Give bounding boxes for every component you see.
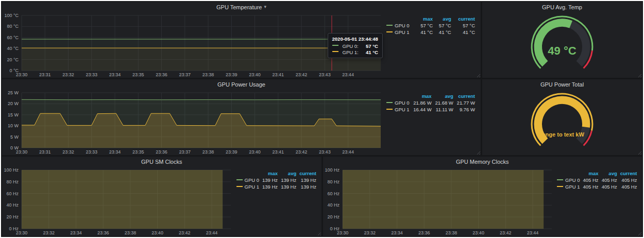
svg-text:20 Hz: 20 Hz [6,214,19,219]
legend-header-max[interactable]: max [411,93,433,99]
svg-text:23:38: 23:38 [125,230,137,235]
panel-title-text[interactable]: GPU Temperature [216,4,262,10]
legend-max-value: 21.86 W [411,99,433,106]
gpu-temperature-chart[interactable]: 2020-05-01 23:44:48 GPU 0: 57 °C GPU 1: … [2,12,385,78]
legend-current-value: 139 Hz [298,183,318,190]
svg-text:23:38: 23:38 [445,230,457,235]
legend-header-max[interactable]: max [416,15,434,22]
dashboard-row-1: GPU Temperature ▾ 2020-05-01 23:44:48 GP… [2,2,642,78]
svg-text:60 Hz: 60 Hz [6,191,19,196]
svg-text:23:41: 23:41 [273,72,284,77]
tooltip-series-value: 41 °C [361,49,378,55]
gpu-power-usage-chart[interactable]: 0 W5 W10 W15 W20 W25 W23:3023:3123:3223:… [2,89,385,155]
svg-text:23:32: 23:32 [364,230,376,235]
legend-row-gpu0: GPU 0 57 °C 57 °C 57 °C [385,22,477,29]
panel-gpu-power-usage: GPU Power Usage 0 W5 W10 W15 W20 W25 W23… [2,79,481,155]
svg-text:23:35: 23:35 [132,149,144,155]
panel-title-text[interactable]: GPU Memory Clocks [456,159,509,165]
legend-header-avg[interactable]: avg [433,93,455,99]
legend-avg-value: 21.68 W [433,99,455,106]
legend-header-current[interactable]: current [619,170,639,177]
legend-header-max[interactable]: max [261,170,279,177]
svg-text:23:43: 23:43 [319,72,331,77]
legend-series-name[interactable]: GPU 1 [565,184,580,190]
svg-text:15 W: 15 W [8,112,19,117]
svg-text:23:36: 23:36 [418,230,430,235]
panel-body: 0 Hz20 Hz40 Hz60 Hz80 Hz100 Hz23:3023:32… [2,166,321,236]
panel-header-gpu-temperature[interactable]: GPU Temperature ▾ [2,2,481,12]
legend-series-name[interactable]: GPU 1 [245,184,260,190]
legend-series-name[interactable]: GPU 0 [395,23,410,28]
svg-text:23:36: 23:36 [156,72,167,77]
svg-text:23:32: 23:32 [62,149,74,155]
legend-header-avg[interactable]: avg [279,170,298,177]
svg-text:23:38: 23:38 [202,149,214,155]
panel-header-gpu-power-usage[interactable]: GPU Power Usage [2,79,481,89]
legend-avg-value: 139 Hz [279,183,298,190]
svg-text:25 W: 25 W [8,90,19,95]
panel-header-gpu-memory-clocks[interactable]: GPU Memory Clocks [323,157,642,166]
panel-title-text[interactable]: GPU Power Usage [217,81,265,88]
legend-avg-value: 11.11 W [433,106,455,113]
series-color-swatch [386,31,393,32]
gpu-sm-clocks-chart[interactable]: 0 Hz20 Hz40 Hz60 Hz80 Hz100 Hz23:3023:32… [2,166,235,236]
legend-row-gpu1: GPU 1 139 Hz 139 Hz 139 Hz [235,183,318,190]
gpu-memory-clocks-chart[interactable]: 0 Hz20 Hz40 Hz60 Hz80 Hz100 Hz23:3023:32… [323,166,556,236]
legend-header-avg[interactable]: avg [600,170,619,177]
legend-header-current[interactable]: current [298,170,318,177]
svg-text:23:39: 23:39 [226,149,238,155]
legend-max-value: 41 °C [416,29,434,36]
svg-text:23:30: 23:30 [16,149,28,155]
legend-table: max avg current GPU 0 139 Hz 139 Hz [235,166,321,236]
series-color-swatch [332,51,338,52]
legend-header-current[interactable]: current [455,93,477,99]
legend-current-value: 405 Hz [619,183,639,190]
legend-series-name[interactable]: GPU 1 [395,29,410,35]
series-color-swatch [557,186,563,187]
svg-text:23:32: 23:32 [43,230,55,235]
gpu-avg-temp-gauge [482,12,642,78]
svg-text:23:40: 23:40 [151,230,163,235]
svg-text:23:40: 23:40 [472,230,484,235]
legend-header-max[interactable]: max [582,170,600,177]
svg-text:23:32: 23:32 [62,72,74,77]
panel-header-gpu-sm-clocks[interactable]: GPU SM Clocks [2,157,321,166]
legend-table: max avg current GPU 0 21.86 W 21.68 W [385,89,481,155]
svg-text:40 °C: 40 °C [7,46,19,51]
legend-header-avg[interactable]: avg [434,15,453,22]
gpu-power-total-gauge [482,89,642,155]
svg-text:23:33: 23:33 [86,149,98,155]
svg-text:23:40: 23:40 [249,72,261,77]
legend-avg-value: 405 Hz [600,177,619,183]
legend-series-name[interactable]: GPU 1 [395,107,410,112]
svg-text:23:34: 23:34 [70,230,82,235]
panel-header-gpu-power-total[interactable]: GPU Power Total [482,79,642,89]
svg-text:23:42: 23:42 [179,230,191,235]
legend-current-value: 9.76 W [455,106,477,113]
legend-avg-value: 57 °C [434,22,453,29]
panel-title-text[interactable]: GPU Power Total [540,81,584,88]
legend-row-gpu0: GPU 0 21.86 W 21.68 W 21.77 W [385,99,477,106]
svg-text:100 Hz: 100 Hz [4,167,19,173]
legend-series-name[interactable]: GPU 0 [565,177,580,183]
series-color-swatch [236,179,243,180]
legend-header-current[interactable]: current [453,15,477,22]
svg-text:23:35: 23:35 [132,72,144,77]
svg-text:23:31: 23:31 [39,72,51,77]
legend-max-value: 405 Hz [582,183,600,190]
panel-gpu-temperature: GPU Temperature ▾ 2020-05-01 23:44:48 GP… [2,2,481,78]
panel-header-gpu-avg-temp[interactable]: GPU Avg. Temp [482,2,642,12]
svg-text:23:38: 23:38 [202,72,214,77]
svg-text:23:39: 23:39 [226,72,238,77]
legend-row-gpu0: GPU 0 405 Hz 405 Hz 405 Hz [555,177,638,183]
chevron-down-icon[interactable]: ▾ [264,5,266,9]
svg-text:60 °C: 60 °C [7,35,19,40]
legend-series-name[interactable]: GPU 0 [245,177,260,183]
legend-series-name[interactable]: GPU 0 [395,100,410,106]
legend-current-value: 139 Hz [298,177,318,183]
panel-title-text[interactable]: GPU Avg. Temp [542,4,582,10]
svg-text:60 Hz: 60 Hz [327,191,340,196]
panel-title-text[interactable]: GPU SM Clocks [141,159,182,165]
svg-text:80 °C: 80 °C [7,24,19,29]
panel-gpu-sm-clocks: GPU SM Clocks 0 Hz20 Hz40 Hz60 Hz80 Hz10… [2,157,321,236]
